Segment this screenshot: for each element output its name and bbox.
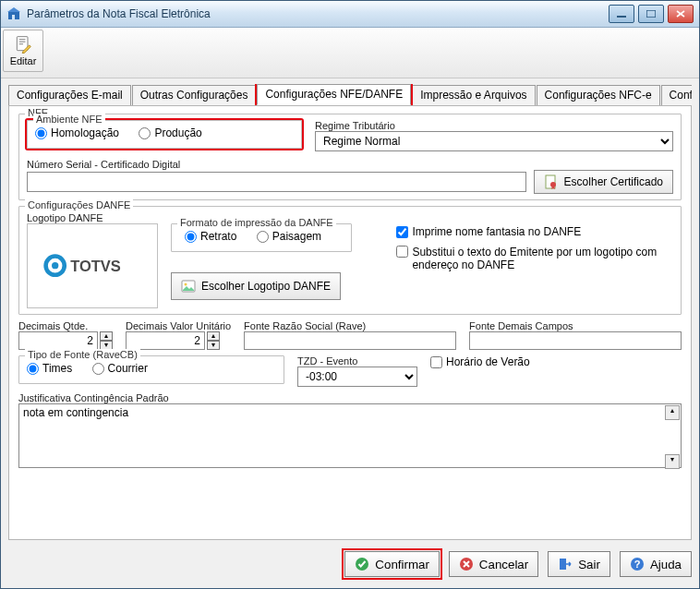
- escolher-logo-button[interactable]: Escolher Logotipo DANFE: [171, 272, 341, 300]
- check-icon: [355, 557, 369, 571]
- svg-text:TOTVS: TOTVS: [70, 258, 121, 274]
- svg-rect-8: [19, 39, 26, 40]
- tab-strip: Configurações E-mail Outras Configuraçõe…: [8, 84, 692, 105]
- group-nfe: NFE Ambiente NFE Homologação Produção Re…: [18, 114, 682, 200]
- scroll-up[interactable]: ▴: [665, 405, 680, 420]
- serial-input[interactable]: [27, 172, 526, 192]
- svg-rect-20: [560, 559, 566, 570]
- window-title: Parâmetros da Nota Fiscal Eletrônica: [27, 7, 609, 20]
- group-tipo-fonte: Tipo de Fonte (RaveCB) Times Courrier: [18, 355, 284, 384]
- escolher-certificado-button[interactable]: Escolher Certificado: [534, 170, 673, 194]
- confirmar-button[interactable]: Confirmar: [344, 551, 440, 577]
- radio-homologacao[interactable]: Homologação: [35, 126, 119, 139]
- cancelar-button[interactable]: Cancelar: [449, 551, 538, 577]
- group-danfe: Configurações DANFE Logotipo DANFE TOTVS…: [18, 206, 682, 315]
- tab-config-nfce[interactable]: Configurações NFC-e: [537, 85, 660, 105]
- svg-rect-9: [19, 42, 26, 42]
- svg-rect-10: [19, 43, 23, 44]
- danfe-legend: Configurações DANFE: [25, 199, 133, 210]
- formato-legend: Formato de impressão da DANFE: [177, 217, 336, 228]
- maximize-button[interactable]: [638, 5, 664, 23]
- editar-button[interactable]: Editar: [3, 30, 43, 72]
- radio-courrier[interactable]: Courrier: [92, 362, 148, 375]
- tab-config-email[interactable]: Configurações E-mail: [8, 85, 131, 105]
- fonte-demais-label: Fonte Demais Campos: [469, 320, 682, 331]
- serial-label: Número Serial - Certificado Digital: [27, 159, 673, 170]
- svg-rect-4: [646, 10, 656, 18]
- tzd-label: TZD - Evento: [297, 355, 417, 367]
- logo-preview: TOTVS: [27, 223, 158, 308]
- chk-horario-verao[interactable]: Horário de Verão: [430, 355, 530, 368]
- radio-paisagem[interactable]: Paisagem: [257, 230, 321, 243]
- scroll-down[interactable]: ▾: [665, 454, 680, 469]
- justificativa-textarea[interactable]: nota em contingencia: [18, 403, 682, 468]
- tab-configuracoes-more[interactable]: Configuraçõe: [661, 85, 692, 105]
- close-button[interactable]: [668, 5, 694, 23]
- svg-marker-1: [7, 7, 20, 12]
- tab-config-nfe-danfe[interactable]: Configurações NFE/DANFE: [257, 84, 411, 105]
- app-icon: [6, 6, 21, 21]
- certificate-icon: [544, 174, 559, 189]
- cancel-icon: [459, 557, 474, 571]
- image-icon: [181, 279, 196, 294]
- svg-rect-2: [12, 15, 15, 19]
- ambiente-legend: Ambiente NFE: [33, 114, 105, 125]
- radio-producao[interactable]: Produção: [139, 126, 201, 139]
- logotipo-label: Logotipo DANFE: [27, 212, 673, 223]
- dec-valor-label: Decimais Valor Unitário: [126, 320, 231, 331]
- tab-panel-nfe: NFE Ambiente NFE Homologação Produção Re…: [8, 105, 692, 540]
- justificativa-label: Justificativa Contingência Padrão: [18, 392, 682, 403]
- sair-button[interactable]: Sair: [548, 551, 610, 577]
- svg-text:?: ?: [634, 559, 641, 570]
- dec-qtde-label: Decimais Qtde.: [18, 320, 113, 331]
- ajuda-button[interactable]: ? Ajuda: [620, 551, 692, 577]
- svg-rect-3: [617, 16, 626, 18]
- svg-point-17: [185, 282, 187, 285]
- group-formato: Formato de impressão da DANFE Retrato Pa…: [171, 223, 352, 252]
- chk-nome-fantasia[interactable]: Imprime nome fantasia no DANFE: [396, 225, 673, 238]
- toolbar: Editar: [1, 28, 699, 78]
- dec-qtde-up[interactable]: ▴: [100, 331, 113, 341]
- tipo-fonte-legend: Tipo de Fonte (RaveCB): [25, 349, 140, 360]
- dec-valor-up[interactable]: ▴: [207, 331, 220, 341]
- dec-qtde-spin[interactable]: ▴▾: [18, 331, 113, 350]
- exit-icon: [558, 557, 573, 571]
- tab-outras-config[interactable]: Outras Configurações: [132, 85, 257, 105]
- dec-valor-down[interactable]: ▾: [207, 341, 220, 350]
- regime-label: Regime Tributário: [315, 120, 673, 131]
- regime-select[interactable]: Regime Normal: [315, 131, 673, 151]
- radio-times[interactable]: Times: [27, 362, 72, 375]
- help-icon: ?: [630, 557, 645, 571]
- group-ambiente: Ambiente NFE Homologação Produção: [27, 120, 302, 149]
- minimize-button[interactable]: [609, 5, 634, 23]
- titlebar: Parâmetros da Nota Fiscal Eletrônica: [1, 1, 699, 28]
- chk-substitui-emitente[interactable]: Substitui o texto do Emitente por um log…: [396, 246, 673, 271]
- fonte-razao-label: Fonte Razão Social (Rave): [244, 320, 456, 331]
- editar-label: Editar: [10, 55, 37, 66]
- dec-valor-spin[interactable]: ▴▾: [126, 331, 231, 350]
- bottom-bar: Confirmar Cancelar Sair ? Ajuda: [8, 547, 692, 581]
- fonte-razao-input[interactable]: [244, 331, 456, 350]
- tzd-select[interactable]: -03:00: [297, 367, 417, 387]
- fonte-demais-input[interactable]: [469, 331, 682, 350]
- radio-retrato[interactable]: Retrato: [185, 230, 236, 243]
- tab-impressao-arquivos[interactable]: Impressão e Arquivos: [412, 85, 535, 105]
- svg-point-14: [52, 262, 58, 269]
